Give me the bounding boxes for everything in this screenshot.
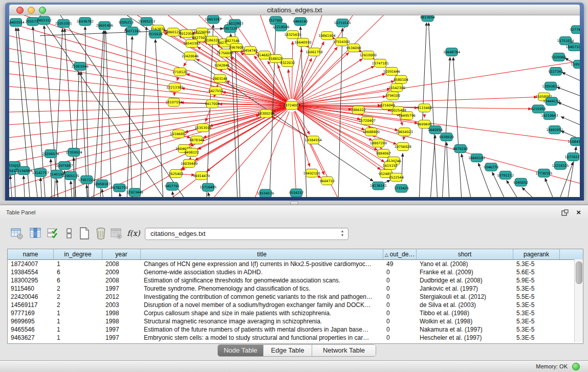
graph-node[interactable]: 13142757 bbox=[32, 168, 49, 177]
graph-node[interactable]: 15747181 bbox=[372, 59, 389, 68]
graph-node[interactable]: 9534157 bbox=[289, 189, 304, 197]
citation-edge-red[interactable] bbox=[190, 157, 191, 159]
citation-edge-red[interactable] bbox=[298, 89, 390, 104]
network-canvas[interactable]: 1872400798601237163822891295418226058982… bbox=[9, 15, 580, 197]
graph-node[interactable]: 16914479 bbox=[193, 171, 210, 180]
graph-node[interactable]: 8215958 bbox=[531, 105, 546, 113]
citation-edge-red[interactable] bbox=[333, 38, 335, 39]
citation-edge-black[interactable] bbox=[126, 28, 132, 197]
graph-node[interactable]: 10391646 bbox=[383, 67, 400, 75]
tab-network-table[interactable]: Network Table bbox=[312, 345, 376, 356]
graph-node[interactable]: 15166852 bbox=[170, 130, 187, 138]
graph-node[interactable]: 10770372 bbox=[564, 152, 580, 161]
graph-node[interactable]: 12610000 bbox=[360, 51, 377, 59]
table-row[interactable]: 946554611997Estimation of the future num… bbox=[8, 325, 583, 334]
citation-edge-red[interactable] bbox=[195, 108, 286, 160]
citation-edge-red[interactable] bbox=[380, 147, 381, 149]
graph-node[interactable]: 16782759 bbox=[111, 184, 128, 192]
graph-node[interactable]: 15716485 bbox=[200, 183, 216, 191]
graph-node[interactable]: 15542300 bbox=[388, 83, 405, 92]
graph-node[interactable]: 16403554 bbox=[9, 18, 25, 27]
graph-node[interactable]: 15959593 bbox=[571, 60, 580, 69]
graph-node[interactable]: 17957225 bbox=[78, 176, 95, 184]
table-row[interactable]: 2242004622012Investigating the contribut… bbox=[8, 293, 583, 301]
citation-edge-red[interactable] bbox=[292, 112, 296, 197]
citation-edge-red[interactable] bbox=[177, 78, 178, 81]
graph-node[interactable]: 9115460 bbox=[417, 104, 432, 112]
table-scrollbar[interactable] bbox=[574, 259, 583, 342]
graph-node[interactable]: 14136141 bbox=[370, 182, 387, 190]
column-header-short[interactable]: short bbox=[417, 249, 513, 259]
table-scrollbar-thumb[interactable] bbox=[576, 261, 582, 284]
graph-node[interactable]: 9938920 bbox=[439, 133, 454, 141]
graph-node[interactable]: 12218105 bbox=[552, 161, 569, 169]
citation-edge-red[interactable] bbox=[362, 115, 363, 116]
graph-node[interactable]: 18300295 bbox=[257, 110, 274, 118]
citation-edge-black[interactable] bbox=[557, 87, 580, 96]
graph-node[interactable]: 8216049 bbox=[380, 101, 395, 110]
citation-edge-black[interactable] bbox=[447, 142, 449, 197]
graph-node[interactable]: 19756928 bbox=[395, 143, 411, 151]
graph-node[interactable]: 19654923 bbox=[396, 128, 413, 136]
citation-edge-black[interactable] bbox=[462, 154, 471, 197]
table-selector-dropdown[interactable]: citations_edges.txt ▲▼ bbox=[145, 228, 349, 240]
citation-edge-black[interactable] bbox=[102, 189, 103, 197]
graph-node[interactable]: 18791212 bbox=[497, 171, 514, 179]
citation-edge-red[interactable] bbox=[205, 110, 210, 122]
graph-node[interactable]: 16648784 bbox=[443, 48, 460, 56]
graph-node[interactable]: 15353594 bbox=[194, 124, 211, 132]
column-header-in_degree[interactable]: in_degree bbox=[54, 249, 102, 259]
citation-edge-red[interactable] bbox=[308, 47, 309, 48]
graph-node[interactable]: 21756085 bbox=[216, 49, 233, 57]
graph-node[interactable]: 15692951 bbox=[546, 126, 563, 134]
graph-node[interactable]: 18107554 bbox=[165, 98, 182, 106]
graph-node[interactable]: 7957224 bbox=[223, 25, 237, 33]
graph-node[interactable]: 7625402 bbox=[168, 169, 183, 178]
graph-node[interactable]: 10719145 bbox=[334, 19, 351, 27]
graph-node[interactable]: 1615152 bbox=[383, 161, 398, 169]
citation-edge-red[interactable] bbox=[298, 74, 385, 103]
citation-edge-black[interactable] bbox=[119, 193, 120, 197]
graph-node[interactable]: 9277410 bbox=[570, 26, 580, 34]
graph-node[interactable]: 2967608 bbox=[229, 43, 244, 52]
citation-edge-red[interactable] bbox=[293, 49, 301, 99]
graph-node[interactable]: 12905135 bbox=[62, 171, 79, 180]
citation-edge-black[interactable] bbox=[430, 135, 435, 197]
graph-node[interactable]: 9346778 bbox=[484, 163, 498, 171]
graph-node[interactable]: 7403312 bbox=[37, 16, 52, 25]
citation-edge-red[interactable] bbox=[318, 176, 321, 178]
citation-edge-red[interactable] bbox=[288, 69, 291, 99]
graph-node[interactable]: 18534576 bbox=[257, 189, 274, 197]
column-header-year[interactable]: year bbox=[102, 249, 141, 259]
citation-edge-black[interactable] bbox=[384, 180, 390, 183]
citation-edge-black[interactable] bbox=[545, 178, 553, 197]
graph-node[interactable]: 9884067 bbox=[376, 149, 391, 158]
graph-node[interactable]: 11084370 bbox=[568, 138, 580, 146]
graph-node[interactable]: 8878344 bbox=[189, 136, 204, 144]
table-settings-icon[interactable] bbox=[10, 227, 24, 240]
graph-node[interactable]: 2718120 bbox=[172, 68, 187, 76]
select-rows-icon[interactable] bbox=[46, 227, 59, 240]
column-header-out_de[interactable]: △out_de… bbox=[383, 249, 417, 259]
table-row[interactable]: 1830029562008Estimation of significance … bbox=[8, 276, 583, 285]
citation-edge-black[interactable] bbox=[156, 39, 163, 197]
graph-node[interactable]: 16845182 bbox=[468, 154, 485, 162]
citation-edge-black[interactable] bbox=[443, 57, 450, 197]
graph-node[interactable]: 9457791 bbox=[165, 182, 180, 190]
graph-node[interactable]: 21053346 bbox=[72, 62, 89, 70]
graph-node[interactable]: 12444158 bbox=[543, 97, 560, 105]
graph-node[interactable]: 19305213 bbox=[138, 17, 155, 26]
citation-edge-black[interactable] bbox=[10, 176, 12, 197]
graph-node[interactable]: 8580104 bbox=[394, 75, 408, 83]
table-row[interactable]: 969969511998Structural magnetic resonanc… bbox=[8, 317, 583, 325]
table-column-icon[interactable] bbox=[29, 227, 42, 240]
graph-node[interactable]: 12093832 bbox=[542, 82, 559, 90]
citation-edge-red[interactable] bbox=[185, 136, 190, 138]
graph-node[interactable]: 16961758 bbox=[306, 48, 323, 56]
citation-edge-red[interactable] bbox=[292, 41, 293, 99]
graph-node[interactable]: 2522544 bbox=[389, 173, 404, 181]
table-row[interactable]: 977716911998Corpus callosum shape and si… bbox=[8, 309, 583, 317]
graph-node[interactable]: 1640954 bbox=[428, 126, 443, 134]
graph-node[interactable]: 19384554 bbox=[305, 136, 322, 144]
graph-node[interactable]: 16210643 bbox=[541, 112, 558, 120]
